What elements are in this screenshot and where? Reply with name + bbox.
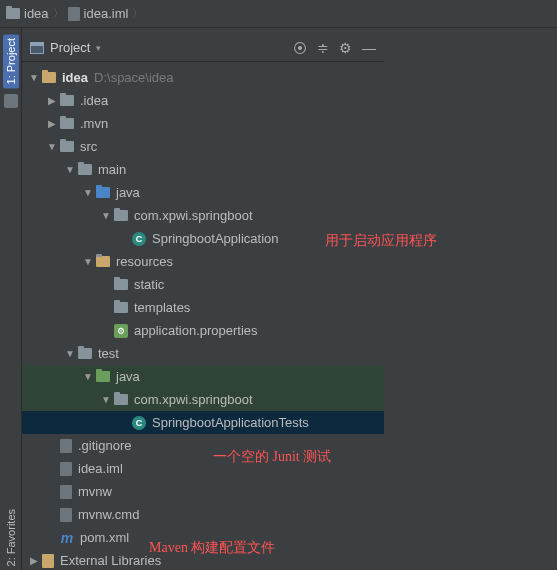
node-label: SpringbootApplication [152, 231, 278, 246]
node-label: idea.iml [78, 461, 123, 476]
class-icon: C [132, 232, 146, 246]
tree-node-resources[interactable]: ▼ resources [22, 250, 384, 273]
tree-node-test-class[interactable]: ▶ C SpringbootApplicationTests [22, 411, 384, 434]
tree-node-mvnw[interactable]: ▶ mvnw [22, 480, 384, 503]
tree-node-test[interactable]: ▼ test [22, 342, 384, 365]
node-label: application.properties [134, 323, 258, 338]
breadcrumb: idea 〉 idea.iml 〉 [0, 0, 557, 28]
tree-node-main-java[interactable]: ▼ java [22, 181, 384, 204]
folder-icon [96, 187, 110, 198]
node-label: com.xpwi.springboot [134, 392, 253, 407]
node-label: .gitignore [78, 438, 131, 453]
node-label: resources [116, 254, 173, 269]
expand-icon[interactable]: ▼ [82, 256, 94, 267]
package-icon [114, 394, 128, 405]
panel-title[interactable]: Project ▾ [30, 40, 101, 55]
node-label: src [80, 139, 97, 154]
rail-structure-icon[interactable] [4, 94, 18, 108]
tree-node-ext-libs[interactable]: ▶ External Libraries [22, 549, 384, 570]
project-tree: ▼ idea D:\space\idea ▶ .idea ▶ .mvn ▼ sr… [22, 62, 384, 570]
expand-icon[interactable]: ▶ [46, 95, 58, 106]
tree-node-app-props[interactable]: ▶ ⚙ application.properties [22, 319, 384, 342]
class-icon: C [132, 416, 146, 430]
node-label: SpringbootApplicationTests [152, 415, 309, 430]
node-path: D:\space\idea [94, 70, 174, 85]
folder-icon [60, 95, 74, 106]
collapse-icon[interactable]: ≑ [317, 40, 329, 56]
file-icon [60, 439, 72, 453]
file-icon [60, 508, 72, 522]
rail-tab-favorites[interactable]: 2: Favorites [3, 505, 19, 570]
node-label: java [116, 369, 140, 384]
node-label: mvnw.cmd [78, 507, 139, 522]
node-label: main [98, 162, 126, 177]
library-icon [42, 554, 54, 568]
tree-node-main[interactable]: ▼ main [22, 158, 384, 181]
expand-icon[interactable]: ▼ [100, 394, 112, 405]
node-label: java [116, 185, 140, 200]
panel-tools: ⦿ ≑ ⚙ — [293, 40, 376, 56]
folder-icon [42, 72, 56, 83]
tree-node-idea-dir[interactable]: ▶ .idea [22, 89, 384, 112]
breadcrumb-root[interactable]: idea [6, 6, 49, 21]
tree-node-root[interactable]: ▼ idea D:\space\idea [22, 66, 384, 89]
breadcrumb-file[interactable]: idea.iml [68, 6, 129, 21]
expand-icon[interactable]: ▼ [82, 371, 94, 382]
node-label: test [98, 346, 119, 361]
folder-icon [96, 256, 110, 267]
rail-tab-project[interactable]: 1: Project [3, 34, 19, 88]
chevron-right-icon: 〉 [53, 6, 64, 21]
tree-node-gitignore[interactable]: ▶ .gitignore [22, 434, 384, 457]
panel-title-label: Project [50, 40, 90, 55]
file-icon [68, 7, 80, 21]
folder-icon [78, 164, 92, 175]
tree-node-mvn-dir[interactable]: ▶ .mvn [22, 112, 384, 135]
expand-icon[interactable]: ▼ [46, 141, 58, 152]
properties-icon: ⚙ [114, 324, 128, 338]
folder-icon [60, 141, 74, 152]
chevron-right-icon: 〉 [132, 6, 143, 21]
tree-node-test-pkg[interactable]: ▼ com.xpwi.springboot [22, 388, 384, 411]
tree-node-templates[interactable]: ▶ templates [22, 296, 384, 319]
left-rail: 1: Project 2: Favorites [0, 28, 22, 570]
dropdown-icon: ▾ [96, 43, 101, 53]
expand-icon[interactable]: ▼ [64, 348, 76, 359]
tree-node-mvnw-cmd[interactable]: ▶ mvnw.cmd [22, 503, 384, 526]
breadcrumb-root-label: idea [24, 6, 49, 21]
node-label: com.xpwi.springboot [134, 208, 253, 223]
node-label: .idea [80, 93, 108, 108]
tree-node-static[interactable]: ▶ static [22, 273, 384, 296]
node-label: pom.xml [80, 530, 129, 545]
folder-icon [60, 118, 74, 129]
expand-icon[interactable]: ▼ [82, 187, 94, 198]
node-label: static [134, 277, 164, 292]
folder-icon [6, 8, 20, 19]
tree-node-test-java[interactable]: ▼ java [22, 365, 384, 388]
expand-icon[interactable]: ▶ [46, 118, 58, 129]
folder-icon [114, 302, 128, 313]
file-icon [60, 462, 72, 476]
project-panel: Project ▾ ⦿ ≑ ⚙ — ▼ idea D:\space\idea ▶… [22, 34, 384, 570]
folder-icon [96, 371, 110, 382]
folder-icon [78, 348, 92, 359]
tree-node-src[interactable]: ▼ src [22, 135, 384, 158]
file-icon [60, 485, 72, 499]
folder-icon [114, 279, 128, 290]
tree-node-idea-iml[interactable]: ▶ idea.iml [22, 457, 384, 480]
expand-icon[interactable]: ▼ [100, 210, 112, 221]
gear-icon[interactable]: ⚙ [339, 40, 352, 56]
expand-icon[interactable]: ▼ [64, 164, 76, 175]
node-label: templates [134, 300, 190, 315]
node-label: External Libraries [60, 553, 161, 568]
window-icon [30, 42, 44, 54]
expand-icon[interactable]: ▼ [28, 72, 40, 83]
node-label: .mvn [80, 116, 108, 131]
tree-node-main-class[interactable]: ▶ C SpringbootApplication [22, 227, 384, 250]
expand-icon[interactable]: ▶ [28, 555, 40, 566]
tree-node-main-pkg[interactable]: ▼ com.xpwi.springboot [22, 204, 384, 227]
panel-header: Project ▾ ⦿ ≑ ⚙ — [22, 34, 384, 62]
tree-node-pom[interactable]: ▶ m pom.xml [22, 526, 384, 549]
node-label: mvnw [78, 484, 112, 499]
target-icon[interactable]: ⦿ [293, 40, 307, 56]
minimize-icon[interactable]: — [362, 40, 376, 56]
